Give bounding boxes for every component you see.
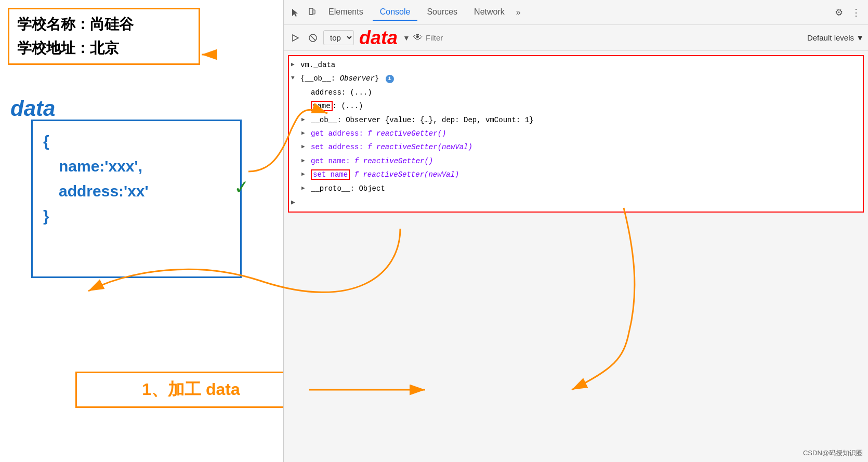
address-property: address:'xx' xyxy=(59,182,149,200)
proto-text: __proto__: Object xyxy=(311,183,861,194)
data-object-box: { name:'xxx', address:'xx' } xyxy=(31,120,242,278)
name-text: name: (...) xyxy=(311,100,861,112)
cursor-icon[interactable] xyxy=(288,5,303,20)
console-row-address: address: (...) xyxy=(289,86,863,99)
run-icon[interactable] xyxy=(288,31,303,45)
ob2-expand-icon[interactable]: ▶ xyxy=(301,115,310,125)
get-address-expand-icon[interactable]: ▶ xyxy=(301,129,310,138)
bottom-label-1-text: 1、加工 data xyxy=(142,378,240,401)
console-row-set-address: ▶ set address: f reactiveSetter(newVal) xyxy=(289,140,863,154)
filter-input[interactable] xyxy=(426,33,804,42)
console-row-get-address: ▶ get address: f reactiveGetter() xyxy=(289,127,863,140)
device-icon[interactable] xyxy=(305,5,319,20)
ob-text: {__ob__: Observer} i xyxy=(300,73,861,84)
console-row-ob2: ▶ __ob__: Observer {value: {…}, dep: Dep… xyxy=(289,113,863,127)
svg-marker-4 xyxy=(293,35,298,41)
console-row-ob: ▼ {__ob__: Observer} i xyxy=(289,72,863,85)
svg-rect-3 xyxy=(313,10,315,14)
tab-elements[interactable]: Elements xyxy=(321,4,371,21)
console-row-set-name: ▶ set name f reactiveSetter(newVal) xyxy=(289,168,863,181)
tab-sources[interactable]: Sources xyxy=(419,4,465,21)
watermark: CSDN@码授知识圈 xyxy=(803,448,863,458)
school-name: 学校名称：尚硅谷 xyxy=(17,15,191,34)
brace-open: { xyxy=(43,133,49,150)
proto-expand-icon[interactable]: ▶ xyxy=(301,184,310,193)
brace-close: } xyxy=(43,207,49,225)
block-icon[interactable] xyxy=(306,31,320,45)
tab-console[interactable]: Console xyxy=(373,4,418,21)
devtools-panel: Elements Console Sources Network » ⚙ ⋮ t… xyxy=(283,0,868,462)
default-levels-button[interactable]: Default levels ▼ xyxy=(807,33,864,42)
console-row-name: name: (...) xyxy=(289,99,863,113)
ob2-text: __ob__: Observer {value: {…}, dep: Dep, … xyxy=(311,114,861,126)
data-label-text: data xyxy=(10,96,55,121)
left-panel: 学校名称：尚硅谷 学校地址：北京 data { name:'xxx', addr… xyxy=(0,0,283,462)
devtools-toolbar: Elements Console Sources Network » ⚙ ⋮ xyxy=(284,0,868,25)
checkmark-icon: ✓ xyxy=(233,176,251,199)
get-address-text: get address: f reactiveGetter() xyxy=(311,128,861,139)
address-text: address: (...) xyxy=(311,87,861,98)
get-name-text: get name: f reactiveGetter() xyxy=(311,155,861,167)
set-address-expand-icon[interactable]: ▶ xyxy=(301,142,310,152)
console-row-expand-next: ▶ xyxy=(289,195,863,209)
console-bar: top data ▼ 👁 Default levels ▼ xyxy=(284,25,868,51)
svg-line-6 xyxy=(310,35,315,41)
svg-rect-1 xyxy=(309,8,313,15)
console-row-vm-data: ▶ vm._data xyxy=(289,58,863,72)
name-property: name:'xxx', xyxy=(59,157,142,175)
eye-icon[interactable]: 👁 xyxy=(413,32,423,43)
vm-data-text: vm._data xyxy=(300,59,861,71)
tab-network[interactable]: Network xyxy=(467,4,512,21)
info-icon: i xyxy=(386,75,394,83)
set-name-expand-icon[interactable]: ▶ xyxy=(301,170,310,179)
dropdown-arrow-icon[interactable]: ▼ xyxy=(403,34,410,42)
console-data-label: data xyxy=(359,27,398,49)
set-name-highlight-box: set name xyxy=(311,169,350,180)
tab-more[interactable]: » xyxy=(514,5,523,20)
name-highlight-box: name xyxy=(311,101,333,111)
console-row-get-name: ▶ get name: f reactiveGetter() xyxy=(289,154,863,168)
expand-next-icon[interactable]: ▶ xyxy=(291,197,299,208)
get-name-expand-icon[interactable]: ▶ xyxy=(301,156,310,166)
set-name-text: set name f reactiveSetter(newVal) xyxy=(311,169,861,180)
svg-line-2 xyxy=(311,14,311,15)
bottom-label-1-box: 1、加工 data xyxy=(75,372,307,408)
school-info-box: 学校名称：尚硅谷 学校地址：北京 xyxy=(8,8,200,65)
svg-marker-0 xyxy=(292,9,298,17)
set-address-text: set address: f reactiveSetter(newVal) xyxy=(311,141,861,153)
console-row-proto: ▶ __proto__: Object xyxy=(289,182,863,195)
settings-icon[interactable]: ⚙ xyxy=(832,5,846,20)
console-content-area: ▶ vm._data ▼ {__ob__: Observer} i addres… xyxy=(288,55,864,213)
school-address: 学校地址：北京 xyxy=(17,38,191,58)
expand-vm-data-icon[interactable]: ▶ xyxy=(291,60,299,70)
context-selector[interactable]: top xyxy=(323,30,354,45)
more-options-icon[interactable]: ⋮ xyxy=(848,5,864,20)
collapse-ob-icon[interactable]: ▼ xyxy=(291,74,299,83)
